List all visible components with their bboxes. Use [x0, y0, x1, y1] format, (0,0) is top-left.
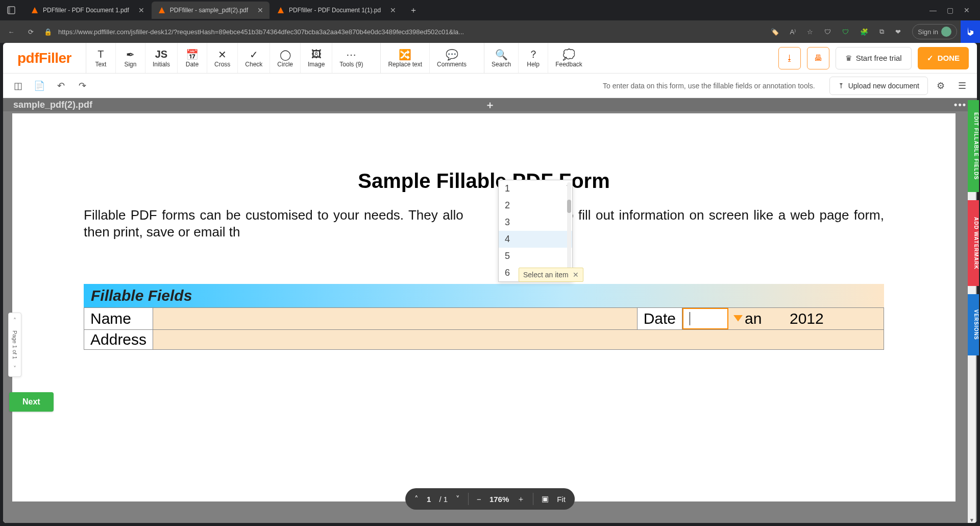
- dropdown-item-3[interactable]: 3: [499, 214, 572, 231]
- browser-tab-2[interactable]: PDFfiller - PDF Document 1(1).pd ✕: [271, 2, 402, 19]
- tool-image[interactable]: 🖼Image: [300, 43, 332, 73]
- favorite-icon[interactable]: ☆: [807, 28, 813, 36]
- day-dropdown-list[interactable]: ▲ 1 2 3 4 5 6: [498, 180, 573, 282]
- pdffiller-favicon-icon: [31, 6, 39, 14]
- settings-button[interactable]: ⚙: [932, 77, 949, 94]
- table-row: Name Date an: [84, 308, 884, 330]
- name-field[interactable]: [153, 308, 638, 330]
- tool-date[interactable]: 📅Date: [177, 43, 207, 73]
- dropdown-item-2[interactable]: 2: [499, 197, 572, 214]
- pages-panel-button[interactable]: ◫: [9, 77, 27, 94]
- next-page-button[interactable]: ˅: [13, 364, 16, 373]
- tool-search[interactable]: 🔍Search: [484, 43, 518, 73]
- versions-rail[interactable]: VERSIONS: [968, 294, 979, 355]
- close-icon[interactable]: ✕: [390, 6, 396, 14]
- tool-comments[interactable]: 💬Comments: [429, 43, 474, 73]
- tool-help[interactable]: ？Help: [518, 43, 548, 73]
- edit-fillable-fields-rail[interactable]: EDIT FILLABLE FIELDS: [968, 100, 979, 192]
- maximize-button[interactable]: ▢: [947, 6, 953, 14]
- dropdown-scrollbar-track: [567, 182, 571, 279]
- new-tab-button[interactable]: ＋: [406, 3, 421, 17]
- add-document-button[interactable]: ＋: [485, 98, 495, 112]
- url-field[interactable]: 🔒 https://www.pdffiller.com/jsfiller-des…: [44, 28, 534, 36]
- check-icon: ✓: [250, 49, 258, 61]
- svg-rect-1: [8, 7, 10, 14]
- price-tag-icon[interactable]: 🏷️: [771, 28, 779, 36]
- upload-icon: ⤒: [838, 82, 844, 90]
- page-indicator: Page 1 of 1: [12, 325, 18, 364]
- scroll-down-arrow[interactable]: ▼: [968, 517, 976, 523]
- main-toolbar: pdfFiller TText ✒Sign JSInitials 📅Date ✕…: [3, 43, 977, 74]
- redo-button[interactable]: ↷: [74, 77, 91, 94]
- zoom-out-button[interactable]: −: [477, 495, 481, 504]
- back-button[interactable]: ←: [5, 28, 17, 36]
- page-up-button[interactable]: ˄: [414, 494, 419, 504]
- zoom-percent: 176%: [489, 495, 509, 504]
- logo[interactable]: pdfFiller: [3, 50, 86, 66]
- tool-feedback[interactable]: 💭Feedback: [548, 43, 590, 73]
- month-dropdown-field[interactable]: an: [728, 308, 785, 329]
- search-icon: 🔍: [495, 49, 508, 61]
- page-title: Sample Fillable PDF Form: [84, 170, 884, 193]
- image-icon: 🖼: [311, 49, 322, 61]
- browser-tab-1[interactable]: PDFfiller - sample_pdf(2).pdf ✕: [152, 2, 270, 19]
- zoom-in-button[interactable]: ＋: [517, 494, 525, 504]
- undo-button[interactable]: ↶: [52, 77, 69, 94]
- close-icon[interactable]: ✕: [138, 6, 144, 14]
- close-icon[interactable]: ✕: [257, 6, 263, 14]
- text-cursor: [690, 312, 690, 325]
- download-button[interactable]: ⭳: [778, 47, 801, 69]
- dropdown-item-5[interactable]: 5: [499, 248, 572, 265]
- add-page-button[interactable]: 📄: [31, 77, 48, 94]
- shield-icon[interactable]: 🛡: [824, 28, 831, 36]
- text-icon: T: [97, 49, 104, 61]
- tool-check[interactable]: ✓Check: [237, 43, 270, 73]
- tracker-icon[interactable]: 🛡: [842, 28, 849, 36]
- extensions-icon[interactable]: 🧩: [860, 28, 868, 36]
- tool-circle[interactable]: ◯Circle: [270, 43, 300, 73]
- upload-document-button[interactable]: ⤒ Upload new document: [829, 77, 928, 95]
- name-label: Name: [84, 308, 153, 330]
- current-page[interactable]: 1: [427, 495, 431, 504]
- prev-page-button[interactable]: ˄: [13, 316, 16, 325]
- bing-sidebar-button[interactable]: [961, 20, 980, 43]
- dropdown-scrollbar-thumb[interactable]: [567, 200, 571, 213]
- tool-cross[interactable]: ✕Cross: [207, 43, 237, 73]
- performance-icon[interactable]: ❤: [895, 28, 901, 36]
- year-field[interactable]: 2012: [785, 308, 884, 329]
- start-trial-button[interactable]: ♛Start free trial: [836, 47, 912, 69]
- minimize-button[interactable]: —: [929, 6, 937, 14]
- collections-icon[interactable]: ⧉: [879, 28, 884, 36]
- dropdown-item-4[interactable]: 4: [499, 231, 572, 248]
- print-button[interactable]: 🖶: [807, 47, 829, 69]
- tool-more[interactable]: ⋯Tools (9): [332, 43, 370, 73]
- address-field[interactable]: [153, 330, 884, 350]
- refresh-button[interactable]: ⟳: [24, 28, 37, 36]
- tool-replace-text[interactable]: 🔀Replace text: [380, 43, 429, 73]
- page-down-button[interactable]: ˅: [456, 494, 460, 504]
- lock-icon: 🔒: [44, 28, 52, 36]
- sign-in-button[interactable]: Sign in: [912, 24, 957, 39]
- close-window-button[interactable]: ✕: [964, 6, 970, 14]
- add-watermark-rail[interactable]: ADD WATERMARK: [968, 200, 979, 286]
- dropdown-item-1[interactable]: 1: [499, 180, 572, 197]
- tool-text[interactable]: TText: [86, 43, 115, 73]
- fit-icon: ▣: [542, 494, 549, 504]
- done-button[interactable]: ✓DONE: [918, 47, 969, 69]
- day-dropdown-field[interactable]: [682, 308, 728, 329]
- pdf-page[interactable]: Sample Fillable PDF Form Fillable PDF fo…: [12, 113, 955, 501]
- tooltip-close-button[interactable]: ✕: [573, 271, 579, 279]
- outline-button[interactable]: ☰: [953, 77, 971, 94]
- url-text: https://www.pdffiller.com/jsfiller-desk1…: [58, 28, 464, 36]
- tab-title: PDFfiller - PDF Document 1.pdf: [43, 7, 129, 14]
- browser-tab-0[interactable]: PDFfiller - PDF Document 1.pdf ✕: [24, 2, 151, 19]
- tool-sign[interactable]: ✒Sign: [115, 43, 145, 73]
- tool-initials[interactable]: JSInitials: [145, 43, 177, 73]
- next-field-button[interactable]: Next: [9, 392, 54, 412]
- tab-actions-icon[interactable]: [4, 3, 18, 17]
- fit-button[interactable]: Fit: [557, 495, 566, 504]
- document-tab-menu[interactable]: •••: [954, 100, 967, 110]
- document-tab[interactable]: sample_pdf(2).pdf: [13, 100, 92, 110]
- read-aloud-icon[interactable]: A⁾: [790, 28, 796, 36]
- window-controls: — ▢ ✕: [929, 6, 976, 14]
